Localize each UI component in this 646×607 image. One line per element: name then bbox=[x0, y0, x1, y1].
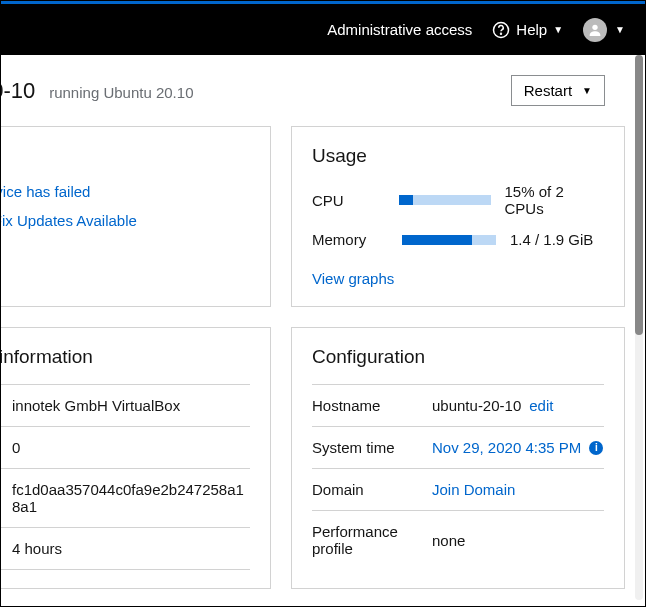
running-os-label: running Ubuntu 20.10 bbox=[49, 84, 193, 101]
join-domain-link[interactable]: Join Domain bbox=[432, 481, 515, 498]
system-info-title: tem information bbox=[1, 346, 250, 368]
table-row: me4 hours bbox=[1, 527, 250, 570]
scrollbar[interactable] bbox=[635, 55, 643, 600]
page-header: ntu-20-10 running Ubuntu 20.10 Restart ▼ bbox=[1, 75, 625, 126]
configuration-title: Configuration bbox=[312, 346, 604, 368]
topbar: Administrative access Help ▼ ▼ bbox=[1, 1, 645, 55]
health-alert-link[interactable]: Bug Fix Updates Available bbox=[1, 212, 250, 229]
health-card: alth 1 service has failed Bug Fix Update… bbox=[1, 126, 271, 307]
avatar-icon bbox=[583, 18, 607, 42]
restart-button[interactable]: Restart ▼ bbox=[511, 75, 605, 106]
info-icon[interactable]: i bbox=[589, 441, 603, 455]
help-menu[interactable]: Help ▼ bbox=[492, 21, 563, 39]
configuration-card: Configuration Hostname ubuntu-20-10 edit… bbox=[291, 327, 625, 589]
config-row-perf: Performance profile none bbox=[312, 510, 604, 569]
health-alert-link[interactable]: 1 service has failed bbox=[1, 183, 250, 200]
config-row-hostname: Hostname ubuntu-20-10 edit bbox=[312, 384, 604, 426]
config-row-domain: Domain Join Domain bbox=[312, 468, 604, 510]
health-title: alth bbox=[1, 145, 250, 167]
scrollbar-thumb[interactable] bbox=[635, 55, 643, 335]
caret-down-icon: ▼ bbox=[553, 24, 563, 35]
caret-down-icon: ▼ bbox=[615, 24, 625, 35]
user-menu[interactable]: ▼ bbox=[583, 18, 625, 42]
main-content: ntu-20-10 running Ubuntu 20.10 Restart ▼… bbox=[1, 55, 645, 607]
table-row: t tag0 bbox=[1, 426, 250, 468]
usage-card: Usage CPU 15% of 2 CPUs Memory 1.4 / 1.9… bbox=[291, 126, 625, 307]
table-row: ninefc1d0aa357044c0fa9e2b247258a18a1 bbox=[1, 468, 250, 527]
system-time-link[interactable]: Nov 29, 2020 4:35 PM bbox=[432, 439, 581, 456]
admin-access-label[interactable]: Administrative access bbox=[327, 21, 472, 38]
memory-bar bbox=[402, 235, 496, 245]
caret-down-icon: ▼ bbox=[582, 85, 592, 96]
edit-hostname-link[interactable]: edit bbox=[529, 397, 553, 414]
cpu-bar bbox=[399, 195, 490, 205]
table-row: elinnotek GmbH VirtualBox bbox=[1, 384, 250, 426]
system-info-card: tem information elinnotek GmbH VirtualBo… bbox=[1, 327, 271, 589]
page-title: ntu-20-10 bbox=[1, 78, 35, 104]
usage-row-cpu: CPU 15% of 2 CPUs bbox=[312, 183, 604, 217]
svg-point-1 bbox=[501, 33, 502, 34]
usage-row-memory: Memory 1.4 / 1.9 GiB bbox=[312, 231, 604, 248]
help-icon bbox=[492, 21, 510, 39]
config-row-systime: System time Nov 29, 2020 4:35 PM i bbox=[312, 426, 604, 468]
view-graphs-link[interactable]: View graphs bbox=[312, 270, 394, 287]
usage-title: Usage bbox=[312, 145, 604, 167]
svg-point-2 bbox=[592, 24, 597, 29]
